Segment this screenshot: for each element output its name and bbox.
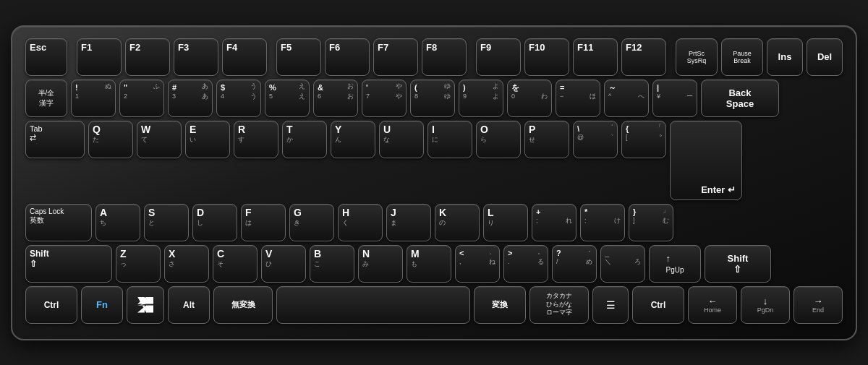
- key-f1[interactable]: F1: [77, 38, 122, 76]
- key-enter[interactable]: Enter ↵: [670, 121, 742, 200]
- key-win[interactable]: [127, 286, 164, 324]
- key-f6[interactable]: F6: [325, 38, 370, 76]
- key-backspace[interactable]: BackSpace: [701, 80, 779, 117]
- key-arrow-left[interactable]: ← Home: [688, 286, 737, 324]
- key-arrow-right[interactable]: → End: [793, 286, 843, 324]
- key-q[interactable]: Q た: [88, 121, 133, 158]
- key-esc[interactable]: Esc: [25, 38, 67, 76]
- key-muhenkan[interactable]: 無変換: [213, 286, 273, 324]
- key-k[interactable]: K の: [435, 204, 480, 241]
- key-ctrl-left[interactable]: Ctrl: [25, 286, 77, 324]
- key-f11[interactable]: F11: [573, 38, 618, 76]
- key-f9[interactable]: F9: [476, 38, 521, 76]
- key-period[interactable]: > 。 . る: [503, 245, 548, 283]
- key-f2[interactable]: F2: [125, 38, 170, 76]
- key-p[interactable]: P せ: [524, 121, 569, 158]
- zxcv-row: Shift⇧ Z っ X さ C そ: [25, 245, 843, 283]
- key-pause[interactable]: PauseBreak: [721, 38, 763, 76]
- key-f8[interactable]: F8: [422, 38, 467, 76]
- key-6[interactable]: & お 6 お: [313, 80, 358, 117]
- key-caret[interactable]: ～ ^ へ: [604, 80, 649, 117]
- key-n[interactable]: N み: [358, 245, 403, 283]
- key-f12[interactable]: F12: [621, 38, 666, 76]
- key-y[interactable]: Y ん: [331, 121, 375, 158]
- key-capslock[interactable]: Caps Lock英数: [25, 204, 92, 241]
- key-bracket-open[interactable]: { 「 [ °: [621, 121, 666, 158]
- key-slash[interactable]: ? ・ / め: [552, 245, 597, 283]
- key-hankaku[interactable]: 半/全漢字: [25, 80, 67, 117]
- key-henkan[interactable]: 変換: [474, 286, 526, 324]
- key-ins[interactable]: Ins: [767, 38, 803, 76]
- key-o[interactable]: O ら: [476, 121, 521, 158]
- key-bracket-close[interactable]: } 」 ] む: [629, 204, 673, 241]
- key-backslash[interactable]: _ ＼ ろ: [600, 245, 645, 283]
- key-fn[interactable]: Fn: [81, 286, 123, 324]
- key-v[interactable]: V ひ: [261, 245, 306, 283]
- key-u[interactable]: U な: [379, 121, 424, 158]
- key-f[interactable]: F は: [241, 204, 286, 241]
- key-prtsc[interactable]: PrtScSysRq: [676, 38, 718, 76]
- key-ctrl-right[interactable]: Ctrl: [632, 286, 684, 324]
- key-j[interactable]: J ま: [386, 204, 431, 241]
- key-pgup[interactable]: ↑PgUp: [649, 245, 701, 283]
- qwerty-row: Tab⇄ Q た W て E い: [25, 121, 843, 200]
- key-yen[interactable]: | ¥ ー: [652, 80, 697, 117]
- key-minus[interactable]: = − ほ: [556, 80, 600, 117]
- key-e[interactable]: E い: [185, 121, 230, 158]
- key-l[interactable]: L り: [483, 204, 528, 241]
- key-5[interactable]: % え 5 え: [265, 80, 310, 117]
- function-key-row: Esc F1 F2 F3 F4 F5 F6 F7 F8 F9: [25, 38, 843, 76]
- key-b[interactable]: B こ: [310, 245, 354, 283]
- key-semicolon[interactable]: + ; れ: [532, 204, 576, 241]
- key-4[interactable]: $ う 4 う: [216, 80, 261, 117]
- key-comma[interactable]: < 、 , ね: [455, 245, 500, 283]
- key-f3[interactable]: F3: [174, 38, 218, 76]
- key-alt-left[interactable]: Alt: [168, 286, 210, 324]
- key-w[interactable]: W て: [137, 121, 182, 158]
- key-r[interactable]: R す: [234, 121, 278, 158]
- key-x[interactable]: X さ: [164, 245, 209, 283]
- bottom-row: Ctrl Fn Alt 無変換 変換 カタカナひらがなローマ字 ☰ Ctrl ←: [25, 286, 843, 324]
- key-t[interactable]: T か: [282, 121, 327, 158]
- key-arrow-down[interactable]: ↓ PgDn: [741, 286, 790, 324]
- windows-icon: [137, 297, 153, 313]
- key-menu[interactable]: ☰: [592, 286, 629, 324]
- key-katakana[interactable]: カタカナひらがなローマ字: [529, 286, 589, 324]
- key-9[interactable]: ) よ 9 よ: [459, 80, 503, 117]
- key-c[interactable]: C そ: [213, 245, 258, 283]
- key-at[interactable]: \ ゛ @ ゜: [573, 121, 618, 158]
- key-shift-left[interactable]: Shift⇧: [25, 245, 112, 283]
- key-2[interactable]: " ふ 2: [119, 80, 164, 117]
- key-1[interactable]: ! ぬ 1: [71, 80, 116, 117]
- key-g[interactable]: G き: [289, 204, 334, 241]
- key-h[interactable]: H く: [338, 204, 383, 241]
- key-f4[interactable]: F4: [222, 38, 267, 76]
- key-s[interactable]: S と: [144, 204, 189, 241]
- key-7[interactable]: ' や 7 や: [362, 80, 407, 117]
- key-i[interactable]: I に: [427, 121, 472, 158]
- key-a[interactable]: A ち: [95, 204, 140, 241]
- key-f7[interactable]: F7: [373, 38, 418, 76]
- key-tab[interactable]: Tab⇄: [25, 121, 85, 158]
- key-0[interactable]: を 0 わ: [507, 80, 552, 117]
- key-z[interactable]: Z っ: [116, 245, 161, 283]
- number-row: 半/全漢字 ! ぬ 1 " ふ 2 # あ: [25, 80, 843, 117]
- key-f5[interactable]: F5: [276, 38, 321, 76]
- key-colon[interactable]: * : け: [580, 204, 625, 241]
- key-8[interactable]: ( ゆ 8 ゆ: [410, 80, 455, 117]
- key-m[interactable]: M も: [407, 245, 451, 283]
- key-d[interactable]: D し: [192, 204, 237, 241]
- keyboard: Esc F1 F2 F3 F4 F5 F6 F7 F8 F9: [11, 25, 857, 340]
- key-shift-right[interactable]: Shift⇧: [705, 245, 771, 283]
- key-f10[interactable]: F10: [524, 38, 569, 76]
- key-del[interactable]: Del: [807, 38, 843, 76]
- asdf-row: Caps Lock英数 A ち S と D し: [25, 204, 843, 241]
- key-space[interactable]: [276, 286, 470, 324]
- key-3[interactable]: # あ 3 あ: [168, 80, 213, 117]
